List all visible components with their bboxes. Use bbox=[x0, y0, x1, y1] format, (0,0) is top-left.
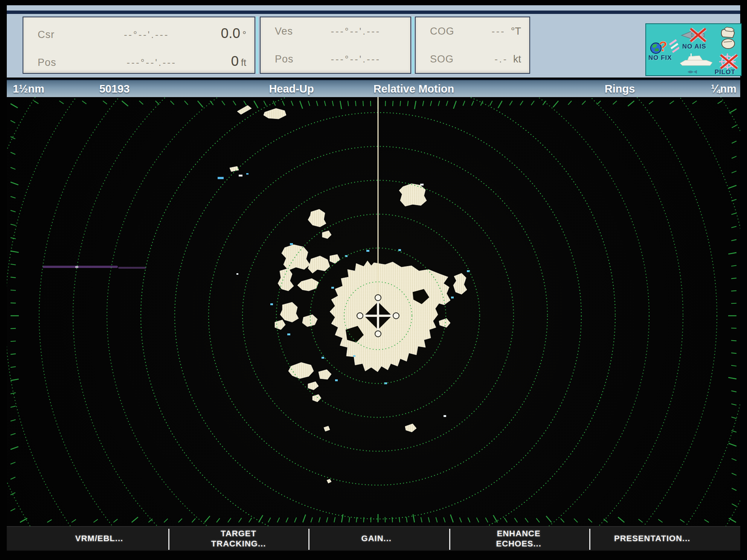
no-fix-label: NO FIX bbox=[648, 54, 672, 62]
status-bar: 1½nm 50193 Head-Up Relative Motion Rings… bbox=[7, 79, 740, 97]
softkey-menu-bar: VRM/EBL... TARGET TRACKING... GAIN... EN… bbox=[7, 526, 740, 551]
menu-separator bbox=[308, 529, 309, 550]
panel-top-border bbox=[7, 11, 740, 14]
radar-screen: Csr --°--'.--- 0.0 ° Pos ---°--'.--- 0 f… bbox=[0, 0, 747, 560]
radar-display[interactable] bbox=[7, 97, 740, 526]
video-artifact-streak bbox=[43, 266, 146, 269]
vrm-ebl-button[interactable]: VRM/EBL... bbox=[75, 527, 123, 550]
course-data-box: COG --- °T SOG -.- kt bbox=[415, 17, 530, 74]
no-ais-label: NO AIS bbox=[682, 43, 706, 50]
top-data-panel: Csr --°--'.--- 0.0 ° Pos ---°--'.--- 0 f… bbox=[7, 5, 740, 78]
ves-label: Ves bbox=[275, 26, 309, 37]
boat-icon bbox=[679, 53, 713, 68]
cog-value: --- bbox=[465, 26, 506, 37]
cursor-range-value: 0 bbox=[231, 53, 239, 69]
vrm-ebl-label: VRM/EBL... bbox=[75, 533, 123, 544]
csr-position-value: --°--'.--- bbox=[72, 29, 221, 40]
rings-interval: ¼nm bbox=[711, 83, 736, 95]
range-scale: 1½nm bbox=[13, 83, 44, 95]
hand-icon bbox=[719, 26, 737, 50]
enhance-echoes-button[interactable]: ENHANCE ECHOES... bbox=[488, 527, 550, 550]
no-fix-icon: ? bbox=[649, 38, 679, 56]
csr-label: Csr bbox=[38, 29, 72, 41]
presentation-button[interactable]: PRESENTATION... bbox=[614, 527, 690, 550]
cog-unit: °T bbox=[511, 26, 521, 37]
presentation-label: PRESENTATION... bbox=[614, 533, 690, 544]
alert-flags-box: ? NO FIX NO AIS bbox=[645, 23, 742, 76]
menu-separator bbox=[168, 529, 169, 550]
gain-button[interactable]: GAIN... bbox=[361, 527, 392, 550]
menu-separator bbox=[449, 529, 450, 550]
ves-value: ---°--'.--- bbox=[309, 26, 402, 37]
enhance-echoes-label: ENHANCE ECHOES... bbox=[488, 528, 550, 549]
sog-value: -.- bbox=[465, 54, 508, 65]
csr-bearing-unit: ° bbox=[242, 29, 246, 40]
cursor-range-unit: ft bbox=[241, 57, 246, 68]
csr-bearing-value: 0.0 bbox=[221, 26, 240, 41]
panel-divider bbox=[412, 17, 414, 74]
ves-pos-label: Pos bbox=[275, 53, 309, 65]
vessel-data-box: Ves ---°--'.--- Pos ---°--'.--- bbox=[260, 17, 411, 74]
scanner-id: 50193 bbox=[99, 83, 130, 95]
panel-divider bbox=[256, 17, 258, 74]
cursor-pos-label: Pos bbox=[38, 57, 72, 68]
svg-text:?: ? bbox=[659, 39, 667, 54]
cog-label: COG bbox=[430, 26, 465, 37]
target-tracking-label: TARGET TRACKING... bbox=[207, 528, 270, 549]
orientation-mode: Head-Up bbox=[269, 83, 314, 95]
ves-pos-value: ---°--'.--- bbox=[309, 54, 402, 65]
rings-label: Rings bbox=[605, 83, 635, 95]
cursor-data-box: Csr --°--'.--- 0.0 ° Pos ---°--'.--- 0 f… bbox=[23, 17, 255, 74]
motion-mode: Relative Motion bbox=[374, 83, 454, 95]
no-ais-icon bbox=[681, 28, 714, 44]
sog-label: SOG bbox=[430, 53, 465, 65]
radar-echoes bbox=[230, 105, 467, 483]
pilot-label: PILOT bbox=[715, 68, 735, 76]
menu-separator bbox=[589, 529, 590, 550]
cursor-pos-value: ---°--'.--- bbox=[72, 57, 231, 68]
gain-label: GAIN... bbox=[361, 533, 392, 544]
fish-icon bbox=[687, 69, 698, 75]
target-tracking-button[interactable]: TARGET TRACKING... bbox=[207, 527, 270, 550]
sog-unit: kt bbox=[513, 53, 521, 65]
radar-plot[interactable] bbox=[7, 97, 740, 526]
